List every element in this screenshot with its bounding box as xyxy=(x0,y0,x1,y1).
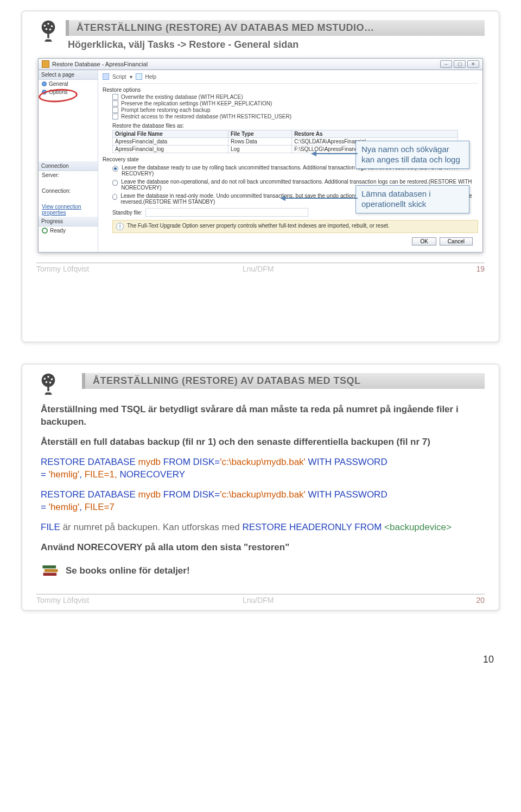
svg-point-13 xyxy=(47,376,49,378)
arrow-icon xyxy=(311,149,358,159)
books-icon xyxy=(41,561,60,581)
connection-header: Connection xyxy=(39,161,98,171)
svg-rect-20 xyxy=(42,565,56,569)
dialog-app-icon xyxy=(42,60,49,68)
server-label: Server: xyxy=(39,171,98,179)
svg-point-15 xyxy=(46,381,48,383)
svg-rect-18 xyxy=(43,573,57,576)
slide2-p3: FILE är numret på backupen. Kan utforska… xyxy=(41,521,480,534)
svg-marker-10 xyxy=(280,196,285,201)
svg-point-4 xyxy=(46,28,48,30)
dialog-title: Restore Database - ApressFinancial xyxy=(52,61,148,67)
svg-marker-8 xyxy=(311,151,316,156)
cancel-button[interactable]: Cancel xyxy=(440,237,473,246)
footer-org: Lnu/DFM xyxy=(243,596,274,605)
slide1-title: ÅTERSTÄLLNING (RESTORE) AV DATABAS MED M… xyxy=(66,20,485,36)
svg-rect-17 xyxy=(47,386,49,392)
opt-restrict[interactable]: Restrict access to the restored database… xyxy=(112,114,478,119)
slide2-p2: Återställ en full databas backup (fil nr… xyxy=(41,436,480,449)
progress-header: Progress xyxy=(39,217,98,226)
slide1-subtitle: Högerklicka, välj Tasks -> Restore - Gen… xyxy=(68,39,485,51)
slide-1: ÅTERSTÄLLNING (RESTORE) AV DATABAS MED M… xyxy=(22,11,499,342)
svg-point-12 xyxy=(44,378,46,380)
footer-slidenum: 19 xyxy=(476,265,485,273)
restore-options-label: Restore options xyxy=(103,87,478,93)
slide2-p1: Återställning med TSQL är betydligt svår… xyxy=(41,404,480,429)
slide2-title: ÅTERSTÄLLNING (RESTORE) AV DATABAS MED T… xyxy=(82,373,485,389)
ok-button[interactable]: OK xyxy=(412,237,436,246)
slide2-p4: Använd NORECOVERY på alla utom den sista… xyxy=(41,542,480,554)
footer-slidenum: 20 xyxy=(476,596,485,605)
arrow-icon xyxy=(280,193,358,203)
page-number: 10 xyxy=(0,632,521,671)
footer-author: Tommy Löfqvist xyxy=(36,596,243,605)
svg-point-5 xyxy=(49,29,52,31)
select-page-header: Select a page xyxy=(39,70,98,80)
window-maximize-button[interactable]: ▢ xyxy=(454,60,466,68)
window-minimize-button[interactable]: – xyxy=(440,60,452,68)
files-as-label: Restore the database files as: xyxy=(112,123,478,129)
svg-point-14 xyxy=(51,378,53,380)
toolbar-script[interactable]: Script xyxy=(112,74,126,80)
opt-prompt[interactable]: Prompt before restoring each backup xyxy=(112,107,478,113)
slide2-body: Återställning med TSQL är betydligt svår… xyxy=(36,396,485,584)
fulltext-info: iThe Full-Text Upgrade Option server pro… xyxy=(112,220,478,233)
svg-rect-19 xyxy=(45,569,58,572)
opt-replication[interactable]: Preserve the replication settings (WITH … xyxy=(112,100,478,106)
svg-point-11 xyxy=(42,374,55,387)
tree-icon xyxy=(36,372,60,396)
page-general[interactable]: General xyxy=(39,80,98,88)
callout-recovery: Lämna databasen i operationellt skick xyxy=(355,185,469,213)
footer-author: Tommy Löfqvist xyxy=(36,265,243,273)
slide-2: ÅTERSTÄLLNING (RESTORE) AV DATABAS MED T… xyxy=(22,364,499,610)
view-connection-link[interactable]: View connection properties xyxy=(39,203,98,217)
svg-point-0 xyxy=(42,21,55,34)
tree-icon xyxy=(36,19,60,43)
footer-org: Lnu/DFM xyxy=(243,265,274,273)
window-close-button[interactable]: ✕ xyxy=(467,60,479,68)
svg-point-3 xyxy=(51,25,53,27)
connection-label: Connection: xyxy=(39,187,98,195)
svg-point-1 xyxy=(44,25,46,27)
books-online-row: Se books online för detaljer! xyxy=(41,561,480,581)
code-line-2: RESTORE DATABASE mydb FROM DISK='c:\back… xyxy=(41,489,480,514)
progress-ready: Ready xyxy=(39,226,98,235)
help-icon xyxy=(136,73,142,80)
callout-filenames: Nya namn och sökvägar kan anges till dat… xyxy=(355,141,469,169)
svg-point-16 xyxy=(49,382,52,384)
svg-rect-6 xyxy=(47,33,49,39)
script-icon xyxy=(103,73,109,80)
toolbar-help[interactable]: Help xyxy=(145,74,157,80)
code-line-1: RESTORE DATABASE mydb FROM DISK='c:\back… xyxy=(41,456,480,481)
standby-file-input[interactable] xyxy=(145,208,308,217)
opt-overwrite[interactable]: Overwrite the existing database (WITH RE… xyxy=(112,94,478,100)
slide2-p5: Se books online för detaljer! xyxy=(66,565,190,577)
svg-point-2 xyxy=(47,23,49,25)
